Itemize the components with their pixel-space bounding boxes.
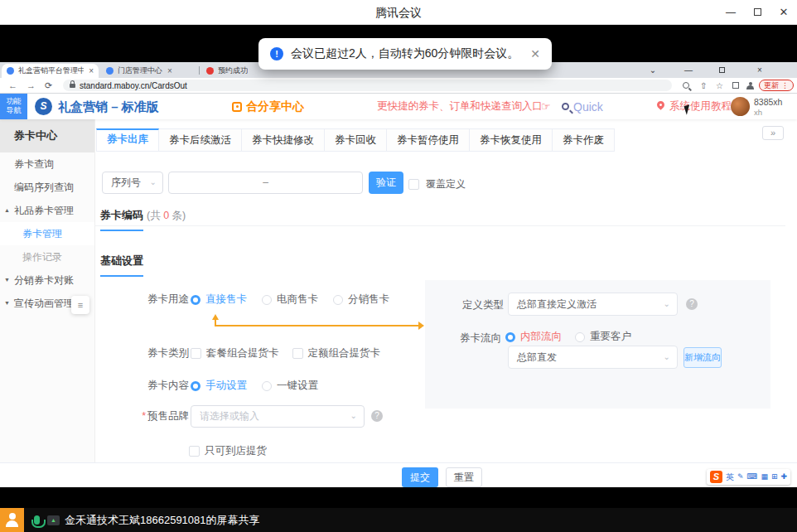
- tab-label: 礼盒营销平台管理中心: [18, 65, 84, 76]
- radio-direct-sale[interactable]: 直接售卡: [191, 293, 247, 307]
- share-icon[interactable]: ⇧: [700, 78, 707, 93]
- presale-brand-select[interactable]: 请选择或输入 ⌄: [191, 405, 365, 428]
- app-header: 功能 导航 S 礼盒营销 – 标准版 合分享中心 更快捷的券卡、订单和快递查询入…: [0, 94, 797, 119]
- define-type-select[interactable]: 总部直接定义激活 ⌄: [508, 293, 678, 316]
- radio-manual-setup[interactable]: 手动设置: [191, 379, 247, 393]
- forward-icon[interactable]: →: [27, 78, 36, 93]
- checkbox-icon: [191, 348, 201, 359]
- checkbox-package-combo-card[interactable]: 套餐组合提货卡: [191, 346, 279, 360]
- help-icon[interactable]: ?: [686, 298, 698, 310]
- user-name: 8385xh: [754, 97, 782, 107]
- checkbox[interactable]: [408, 179, 419, 190]
- browser-tab-3[interactable]: 预约成功: [201, 64, 268, 78]
- reset-button[interactable]: 重置: [446, 467, 482, 487]
- tab-card-recycle[interactable]: 券卡回收: [325, 128, 387, 152]
- tab-suspend-use[interactable]: 券卡暂停使用: [387, 128, 470, 152]
- bookmark-star-icon[interactable]: ☆: [716, 78, 723, 93]
- user-sub: xh: [754, 108, 762, 117]
- sidebar-item-distribution-reconciliation[interactable]: ▼ 分销券卡对账: [0, 268, 94, 292]
- maximize-button[interactable]: [744, 0, 770, 25]
- browser-maximize-button[interactable]: [711, 62, 732, 78]
- radio-important-customer[interactable]: 重要客户: [575, 330, 631, 344]
- back-icon[interactable]: ←: [8, 78, 17, 93]
- tab-close-icon[interactable]: ×: [167, 66, 172, 75]
- help-icon[interactable]: ?: [371, 410, 383, 422]
- profile-icon[interactable]: [746, 78, 754, 93]
- function-nav-toggle[interactable]: 功能 导航: [0, 94, 27, 119]
- add-flow-button[interactable]: 新增流向: [683, 347, 722, 368]
- reload-icon[interactable]: ⟳: [45, 78, 52, 93]
- sidebar-collapse-button[interactable]: ≡: [71, 296, 89, 314]
- checkbox-fixed-combo-card[interactable]: 定额组合提货卡: [292, 346, 381, 360]
- browser-tab-2[interactable]: 门店管理中心 ×: [101, 64, 197, 78]
- tab-label: 门店管理中心: [118, 65, 162, 76]
- basic-settings-header: 基础设置: [100, 253, 143, 277]
- quick-entry-link[interactable]: 更快捷的券卡、订单和快递查询入口: [377, 94, 543, 119]
- info-icon: !: [270, 47, 283, 60]
- checkbox-icon: [189, 446, 200, 457]
- ime-language-toggle[interactable]: 英: [726, 469, 734, 485]
- browser-close-button[interactable]: ×: [749, 62, 770, 78]
- tab-group-icon[interactable]: [732, 78, 739, 93]
- share-center-link[interactable]: 合分享中心: [232, 94, 304, 119]
- radio-icon: [191, 295, 200, 305]
- tab-resume-use[interactable]: 券卡恢复使用: [470, 128, 553, 152]
- browser-window: 礼盒营销平台管理中心 × 门店管理中心 × 预约成功 ⌄ — × ← → ⟳: [0, 62, 797, 487]
- tab-card-outbound[interactable]: 券卡出库: [96, 128, 159, 152]
- browser-update-button[interactable]: 更新 ⋮: [759, 80, 794, 91]
- overlay-define-option[interactable]: 覆盖定义: [408, 177, 466, 191]
- page-footer: 提交 重置: [0, 462, 797, 487]
- screen-share-icon: ▲: [47, 515, 60, 525]
- close-icon: ×: [757, 65, 762, 75]
- update-label: 更新: [764, 80, 779, 91]
- sidebar-item-operation-log[interactable]: 操作记录: [0, 245, 94, 268]
- verify-button[interactable]: 验证: [369, 172, 403, 194]
- sogou-logo-icon[interactable]: S: [710, 471, 722, 483]
- radio-icon: [262, 381, 272, 391]
- minimize-button[interactable]: —: [717, 0, 744, 25]
- meeting-titlebar: 腾讯会议 — ✕: [0, 0, 797, 25]
- microphone-icon[interactable]: [34, 515, 40, 525]
- tab-close-icon[interactable]: ×: [89, 66, 94, 75]
- quick-search[interactable]: Quick: [562, 94, 603, 119]
- ime-keyboard-icon[interactable]: ⌨: [747, 469, 758, 485]
- radio-internal-flow[interactable]: 内部流向: [505, 330, 562, 344]
- tab-search-chevron[interactable]: ⌄: [642, 62, 664, 78]
- ime-grid-icon[interactable]: ⊞: [771, 469, 778, 485]
- url-text: standard.maboy.cn/CardsOut: [80, 81, 187, 90]
- ime-skin-icon[interactable]: ▦: [761, 469, 769, 485]
- browser-addressbar: ← → ⟳ standard.maboy.cn/CardsOut ⇧ ☆ 更新 …: [0, 78, 797, 94]
- sidebar-item-code-sequence-query[interactable]: 编码序列查询: [0, 176, 94, 199]
- sidebar-item-card-management[interactable]: 券卡管理: [0, 222, 94, 245]
- checkbox-store-pickup-only[interactable]: 只可到店提货: [189, 444, 267, 458]
- submit-button[interactable]: 提交: [402, 467, 438, 487]
- tab-followup-activation[interactable]: 券卡后续激活: [159, 128, 242, 152]
- zoom-icon[interactable]: [683, 78, 689, 93]
- radio-ecommerce-sale[interactable]: 电商售卡: [262, 293, 318, 307]
- ime-toolbox-icon[interactable]: ✚: [781, 469, 788, 485]
- radio-one-click-setup[interactable]: 一键设置: [262, 379, 318, 393]
- serial-range-input[interactable]: –: [168, 172, 363, 194]
- close-button[interactable]: ✕: [770, 0, 797, 25]
- browser-minimize-button[interactable]: —: [678, 62, 699, 78]
- serial-field-select[interactable]: 序列号 ⌄: [102, 172, 163, 194]
- radio-distribution-sale[interactable]: 分销售卡: [333, 293, 389, 307]
- card-codes-title: 券卡编码: [100, 208, 143, 231]
- tab-card-void[interactable]: 券卡作废: [553, 128, 615, 152]
- meeting-member-icon[interactable]: [0, 508, 24, 532]
- minimize-icon: —: [684, 65, 693, 75]
- user-avatar[interactable]: [731, 97, 750, 116]
- sidebar-item-gift-card-management[interactable]: ▲ 礼品券卡管理: [0, 199, 94, 222]
- browser-tab-1[interactable]: 礼盒营销平台管理中心 ×: [2, 64, 99, 78]
- more-icon: ⋮: [781, 81, 789, 89]
- tab-quick-modify[interactable]: 券卡快捷修改: [242, 128, 325, 152]
- tutorial-link[interactable]: 系统使用教程: [669, 94, 732, 119]
- tabs-overflow-button[interactable]: »: [762, 126, 784, 140]
- sidebar-item-card-query[interactable]: 券卡查询: [0, 152, 94, 176]
- chevron-down-icon: ⌄: [150, 172, 157, 192]
- ime-pen-icon[interactable]: ✎: [737, 469, 744, 485]
- toast-close-icon[interactable]: ✕: [530, 47, 540, 60]
- url-bar[interactable]: standard.maboy.cn/CardsOut: [63, 80, 672, 91]
- tab-favicon: [206, 67, 214, 75]
- flow-select[interactable]: 总部直发 ⌄: [508, 346, 678, 369]
